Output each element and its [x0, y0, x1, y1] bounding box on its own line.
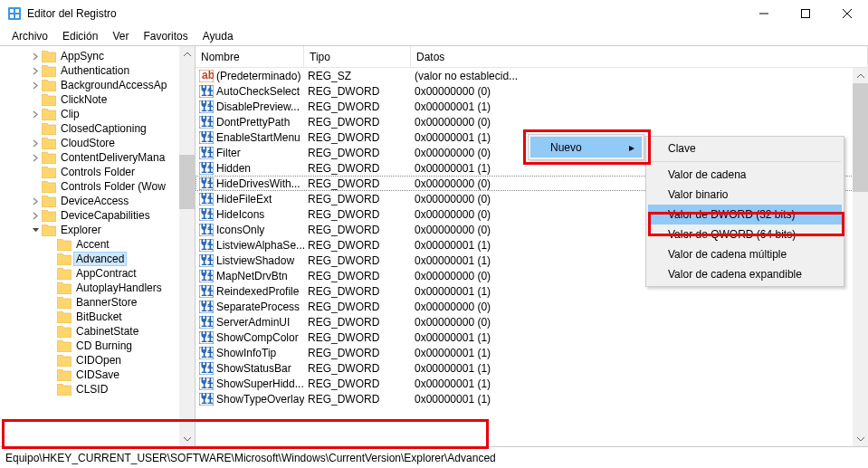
menu-favoritos[interactable]: Favoritos — [137, 28, 194, 44]
folder-icon — [42, 123, 56, 135]
svg-text:110: 110 — [201, 317, 214, 329]
tree-item[interactable]: BitBucket — [0, 310, 195, 324]
list-row[interactable]: 011110AutoCheckSelectREG_DWORD0x00000000… — [196, 83, 868, 99]
tree-item[interactable]: Controls Folder (Wow — [0, 179, 195, 194]
tree-item-label: Accent — [74, 238, 111, 251]
list-row[interactable]: 011110ServerAdminUIREG_DWORD0x00000000 (… — [196, 314, 868, 330]
tree-item[interactable]: Accent — [0, 237, 195, 252]
context-submenu: Clave Valor de cadena Valor binario Valo… — [645, 136, 844, 287]
ctx-clave[interactable]: Clave — [648, 138, 842, 158]
list-row[interactable]: ab(Predeterminado)REG_SZ(valor no establ… — [196, 68, 868, 83]
svg-text:110: 110 — [201, 363, 214, 375]
tree-item[interactable]: DeviceAccess — [0, 194, 195, 208]
list-row[interactable]: 011110ShowSuperHidd...REG_DWORD0x0000000… — [196, 376, 868, 391]
ctx-valor-qword64[interactable]: Valor de QWORD (64 bits) — [648, 224, 842, 244]
col-name[interactable]: Nombre — [196, 46, 304, 67]
tree-item-label: BitBucket — [74, 310, 124, 323]
tree-item[interactable]: CIDOpen — [0, 353, 195, 368]
minimize-button[interactable] — [743, 0, 785, 27]
tree-item[interactable]: ClosedCaptioning — [0, 121, 195, 136]
list-header[interactable]: Nombre Tipo Datos — [196, 46, 868, 68]
cell-name: ab(Predeterminado) — [196, 70, 304, 82]
folder-icon — [57, 239, 72, 251]
ctx-valor-binario[interactable]: Valor binario — [648, 185, 842, 205]
cell-type: REG_DWORD — [304, 208, 411, 221]
menu-ver[interactable]: Ver — [106, 28, 135, 44]
svg-text:110: 110 — [201, 178, 214, 190]
chevron-icon[interactable] — [30, 53, 42, 61]
folder-icon — [42, 80, 56, 91]
list-row[interactable]: 011110ShowTypeOverlayREG_DWORD0x00000001… — [196, 391, 868, 406]
chevron-icon[interactable] — [30, 212, 42, 220]
tree-item[interactable]: AppContract — [0, 266, 195, 281]
scroll-up-icon[interactable] — [179, 46, 195, 62]
list-row[interactable]: 011110SeparateProcessREG_DWORD0x00000000… — [196, 299, 868, 314]
ctx-valor-cadena-multiple[interactable]: Valor de cadena múltiple — [648, 244, 842, 264]
col-data[interactable]: Datos — [411, 46, 868, 67]
close-button[interactable] — [826, 0, 868, 27]
list-scrollbar[interactable] — [853, 68, 868, 446]
col-type[interactable]: Tipo — [304, 46, 411, 67]
tree-item-label: Advanced — [74, 253, 126, 265]
tree-item[interactable]: DeviceCapabilities — [0, 208, 195, 223]
chevron-icon[interactable] — [30, 226, 42, 234]
tree-item[interactable]: AutoplayHandlers — [0, 281, 195, 295]
cell-name: 011110ListviewShadow — [196, 254, 304, 267]
tree-item-label: AppSync — [59, 50, 106, 62]
tree-item[interactable]: Explorer — [0, 223, 195, 237]
list-row[interactable]: 011110ShowCompColorREG_DWORD0x00000001 (… — [196, 330, 868, 345]
maximize-button[interactable] — [785, 0, 826, 27]
cell-name: 011110ReindexedProfile — [196, 285, 304, 298]
tree-item-label: CD Burning — [74, 339, 134, 352]
address-bar[interactable]: Equipo\HKEY_CURRENT_USER\SOFTWARE\Micros… — [0, 446, 868, 468]
ctx-valor-cadena[interactable]: Valor de cadena — [648, 165, 842, 185]
menu-edicion[interactable]: Edición — [56, 28, 104, 44]
chevron-icon[interactable] — [30, 81, 42, 90]
tree-item[interactable]: Authentication — [0, 63, 195, 78]
tree-item[interactable]: BackgroundAccessAp — [0, 78, 195, 92]
tree-item[interactable]: AppSync — [0, 49, 195, 63]
list-scroll-thumb[interactable] — [853, 83, 868, 192]
tree-item[interactable]: ContentDeliveryMana — [0, 150, 195, 165]
tree-item[interactable]: Advanced — [0, 252, 195, 266]
cell-data: 0x00000001 (1) — [411, 331, 868, 344]
chevron-icon[interactable] — [30, 154, 42, 162]
tree-item[interactable]: CloudStore — [0, 136, 195, 150]
chevron-icon[interactable] — [30, 139, 42, 148]
tree-item[interactable]: ClickNote — [0, 92, 195, 107]
cell-type: REG_DWORD — [304, 147, 411, 159]
menu-archivo[interactable]: Archivo — [5, 28, 54, 44]
tree-scrollbar[interactable] — [179, 46, 195, 446]
tree-item-label: CloudStore — [59, 137, 117, 149]
cell-data: 0x00000001 (1) — [411, 362, 868, 375]
tree-item[interactable]: CLSID — [0, 382, 195, 396]
cell-name: 011110SeparateProcess — [196, 301, 304, 313]
tree-item[interactable]: CabinetState — [0, 324, 195, 339]
cell-name: 011110AutoCheckSelect — [196, 85, 304, 98]
list-row[interactable]: 011110DontPrettyPathREG_DWORD0x00000000 … — [196, 114, 868, 129]
tree-scroll-thumb[interactable] — [179, 155, 195, 209]
chevron-icon[interactable] — [30, 197, 42, 205]
menu-ayuda[interactable]: Ayuda — [196, 28, 240, 44]
scroll-up-icon[interactable] — [853, 68, 868, 83]
chevron-icon[interactable] — [30, 110, 42, 119]
ctx-nuevo[interactable]: Nuevo ▸ — [530, 137, 642, 158]
cell-data: (valor no establecid... — [411, 70, 868, 82]
chevron-icon[interactable] — [30, 67, 42, 75]
tree-item[interactable]: CD Burning — [0, 339, 195, 353]
window-title: Editor del Registro — [27, 7, 743, 20]
tree-item[interactable]: Clip — [0, 107, 195, 121]
ctx-valor-cadena-expandible[interactable]: Valor de cadena expandible — [648, 264, 842, 284]
list-row[interactable]: 011110ShowInfoTipREG_DWORD0x00000001 (1) — [196, 345, 868, 360]
tree-item[interactable]: Controls Folder — [0, 165, 195, 179]
scroll-down-icon[interactable] — [179, 431, 195, 446]
tree-item-label: CIDSave — [74, 368, 121, 381]
tree-item[interactable]: CIDSave — [0, 368, 195, 382]
list-row[interactable]: 011110DisablePreview...REG_DWORD0x000000… — [196, 99, 868, 114]
cell-name: 011110HideDrivesWith... — [196, 177, 304, 190]
tree-item[interactable]: BannerStore — [0, 295, 195, 310]
list-row[interactable]: 011110ShowStatusBarREG_DWORD0x00000001 (… — [196, 360, 868, 376]
scroll-down-icon[interactable] — [853, 431, 868, 446]
ctx-valor-dword32[interactable]: Valor de DWORD (32 bits) — [648, 205, 842, 224]
registry-tree[interactable]: AppSyncAuthenticationBackgroundAccessApC… — [0, 46, 196, 446]
